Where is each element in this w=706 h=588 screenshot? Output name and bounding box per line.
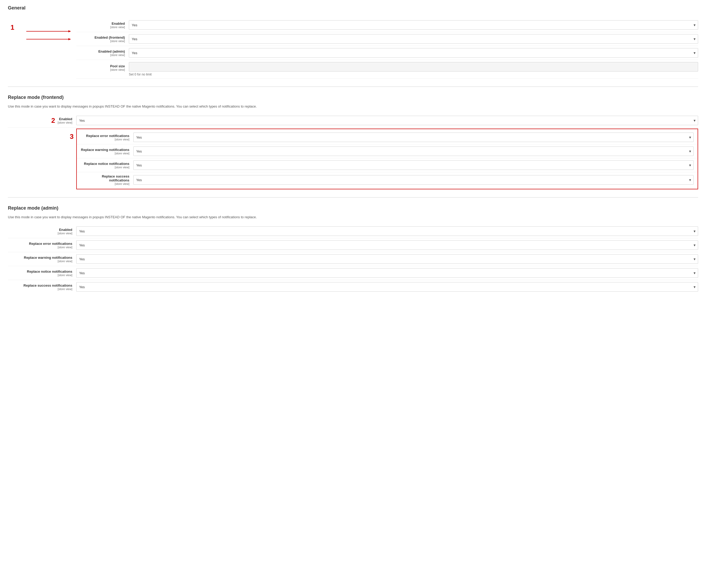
adm-replace-error-storeview: [store view] bbox=[29, 246, 72, 249]
annotation-3: 3 bbox=[70, 132, 74, 141]
enabled-row: Enabled [store view] Yes No ▾ bbox=[76, 18, 698, 32]
fe-enabled-storeview: [store view] bbox=[57, 121, 72, 124]
replace-admin-section: Replace mode (admin) Use this mode in ca… bbox=[8, 205, 698, 294]
enabled-frontend-label: Enabled (frontend) bbox=[94, 36, 125, 39]
replace-frontend-section: Replace mode (frontend) Use this mode in… bbox=[8, 95, 698, 189]
pool-size-hint: Set 0 for no limit bbox=[129, 73, 698, 76]
adm-enabled-select[interactable]: Yes No bbox=[76, 226, 698, 236]
replace-frontend-title: Replace mode (frontend) bbox=[8, 95, 698, 100]
fe-replace-error-storeview: [store view] bbox=[81, 138, 129, 141]
svg-marker-3 bbox=[68, 38, 71, 40]
adm-replace-warning-select[interactable]: Yes No bbox=[76, 254, 698, 264]
replace-frontend-description: Use this mode in case you want to displa… bbox=[8, 105, 698, 108]
replace-admin-title: Replace mode (admin) bbox=[8, 205, 698, 211]
enabled-frontend-storeview: [store view] bbox=[76, 39, 125, 43]
svg-marker-1 bbox=[68, 30, 71, 32]
enabled-admin-row: Enabled (admin) [store view] Yes No ▾ bbox=[76, 46, 698, 60]
fe-enabled-label: Enabled bbox=[59, 117, 72, 121]
fe-replace-warning-row: Replace warning notifications [store vie… bbox=[77, 144, 698, 158]
fe-replace-error-label: Replace error notifications bbox=[86, 134, 129, 138]
enabled-admin-storeview: [store view] bbox=[76, 53, 125, 56]
enabled-select[interactable]: Yes No bbox=[129, 20, 698, 30]
adm-replace-notice-label: Replace notice notifications bbox=[27, 270, 72, 273]
enabled-storeview: [store view] bbox=[76, 26, 125, 29]
fe-replace-success-label: Replace success notifications bbox=[102, 174, 129, 182]
fe-replace-notice-row: Replace notice notifications [store view… bbox=[77, 158, 698, 172]
fe-replace-error-row: Replace error notifications [store view]… bbox=[77, 130, 698, 144]
adm-enabled-storeview: [store view] bbox=[57, 232, 72, 235]
general-title: General bbox=[8, 5, 698, 13]
fe-replace-error-select[interactable]: Yes No bbox=[133, 132, 694, 142]
enabled-admin-label: Enabled (admin) bbox=[99, 49, 125, 53]
adm-replace-notice-select[interactable]: Yes No bbox=[76, 268, 698, 278]
enabled-frontend-row: Enabled (frontend) [store view] Yes No ▾ bbox=[76, 32, 698, 46]
fe-replace-warning-label: Replace warning notifications bbox=[81, 148, 129, 152]
adm-replace-error-select[interactable]: Yes No bbox=[76, 240, 698, 250]
adm-replace-warning-label: Replace warning notifications bbox=[24, 256, 72, 260]
fe-replace-notice-storeview: [store view] bbox=[81, 166, 129, 169]
enabled-label: Enabled bbox=[112, 22, 125, 26]
adm-replace-success-select[interactable]: Yes No bbox=[76, 282, 698, 291]
fe-replace-success-select[interactable]: Yes No bbox=[133, 175, 694, 185]
fe-replace-notice-select[interactable]: Yes No bbox=[133, 160, 694, 170]
adm-enabled-row: Enabled [store view] Yes No ▾ bbox=[8, 224, 698, 238]
adm-replace-error-label: Replace error notifications bbox=[29, 242, 72, 246]
adm-replace-warning-storeview: [store view] bbox=[24, 260, 72, 263]
adm-replace-error-row: Replace error notifications [store view]… bbox=[8, 238, 698, 252]
pool-size-label: Pool size bbox=[110, 64, 125, 68]
fe-replace-notice-label: Replace notice notifications bbox=[84, 162, 129, 166]
fe-replace-success-row: Replace success notifications [store vie… bbox=[77, 172, 698, 188]
adm-replace-notice-row: Replace notice notifications [store view… bbox=[8, 266, 698, 280]
section-divider-1 bbox=[8, 86, 698, 87]
fe-replace-warning-select[interactable]: Yes No bbox=[133, 147, 694, 156]
general-section: General 1 Enabled [store view] bbox=[8, 5, 698, 79]
pool-size-storeview: [store view] bbox=[76, 68, 125, 71]
enabled-frontend-select[interactable]: Yes No bbox=[129, 34, 698, 44]
annotation-1: 1 bbox=[10, 24, 14, 32]
fe-replace-warning-storeview: [store view] bbox=[81, 152, 129, 155]
pool-size-row: Pool size [store view] 5 Set 0 for no li… bbox=[76, 60, 698, 79]
adm-replace-success-label: Replace success notifications bbox=[24, 283, 72, 287]
adm-enabled-label: Enabled bbox=[59, 228, 72, 232]
fe-enabled-select[interactable]: Yes No bbox=[76, 116, 698, 125]
replace-frontend-boxed: Replace error notifications [store view]… bbox=[76, 128, 698, 189]
adm-replace-success-row: Replace success notifications [store vie… bbox=[8, 280, 698, 294]
enabled-admin-select[interactable]: Yes No bbox=[129, 48, 698, 57]
adm-replace-warning-row: Replace warning notifications [store vie… bbox=[8, 252, 698, 266]
replace-admin-description: Use this mode in case you want to displa… bbox=[8, 215, 698, 219]
arrows-svg bbox=[10, 24, 74, 50]
fe-replace-success-storeview: [store view] bbox=[81, 182, 129, 185]
adm-replace-success-storeview: [store view] bbox=[24, 287, 72, 290]
pool-size-input[interactable]: 5 bbox=[129, 62, 698, 72]
annotation-2: 2 bbox=[51, 117, 55, 125]
adm-replace-notice-storeview: [store view] bbox=[27, 273, 72, 277]
